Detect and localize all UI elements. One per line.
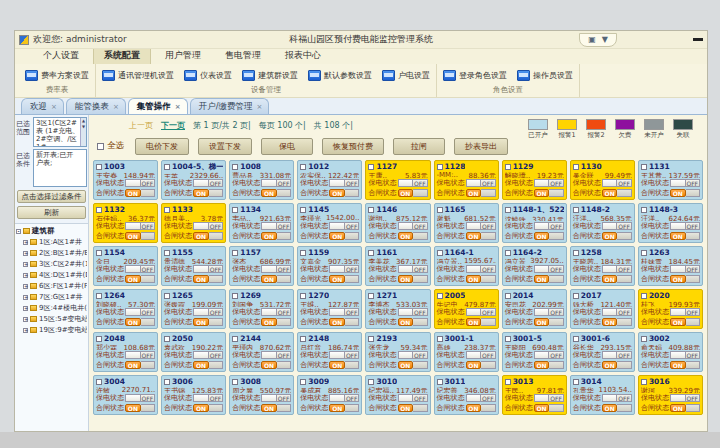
- supply-status-toggle[interactable]: OFF: [466, 222, 496, 230]
- meter-card[interactable]: 3010 纪宏福.. 117.49元 保电状态 OFF 合闸状态 ON: [365, 375, 430, 415]
- supply-status-toggle[interactable]: OFF: [125, 308, 155, 316]
- meter-checkbox[interactable]: [641, 336, 647, 342]
- meter-card[interactable]: 1164-2 冯立景 3927.05.. 保电状态 OFF 合闸状态 ON: [502, 246, 567, 286]
- supply-status-toggle[interactable]: OFF: [261, 265, 291, 273]
- tree-item[interactable]: +7区:G区1#井: [16, 291, 87, 302]
- meter-checkbox[interactable]: [164, 250, 170, 256]
- supply-status-toggle[interactable]: OFF: [466, 351, 496, 359]
- tree-item[interactable]: +6区:F区1#井(F: [16, 280, 87, 291]
- meter-card[interactable]: 1127 王康.. 5.83元 保电状态 OFF 合闸状态 ON: [365, 160, 430, 200]
- meter-card[interactable]: 3013 王民.. 97.81元 保电状态 OFF 合闸状态 ON: [502, 375, 567, 415]
- meter-checkbox[interactable]: [368, 250, 374, 256]
- meter-checkbox[interactable]: [232, 379, 238, 385]
- breaker-status-toggle[interactable]: ON: [329, 275, 359, 283]
- meter-checkbox[interactable]: [368, 164, 374, 170]
- meter-card[interactable]: 3011 纪宏善 346.08元 保电状态 OFF 合闸状态 ON: [434, 375, 499, 415]
- breaker-status-toggle[interactable]: ON: [125, 361, 155, 369]
- supply-status-toggle[interactable]: OFF: [398, 394, 428, 402]
- supply-status-toggle[interactable]: OFF: [534, 308, 564, 316]
- meter-card[interactable]: 2048 郑少霖 108.68元 保电状态 OFF 合闸状态 ON: [93, 332, 158, 372]
- breaker-status-toggle[interactable]: ON: [261, 189, 291, 197]
- meter-card[interactable]: 1269 刘国争 531.72元 保电状态 OFF 合闸状态 ON: [229, 289, 294, 329]
- range-scrollbar[interactable]: ▲▼: [80, 118, 86, 146]
- supply-status-toggle[interactable]: OFF: [602, 308, 632, 316]
- meter-checkbox[interactable]: [300, 207, 306, 213]
- refresh-button[interactable]: 刷新: [17, 206, 86, 219]
- breaker-status-toggle[interactable]: ON: [125, 232, 155, 240]
- close-tab-icon[interactable]: ×: [175, 103, 181, 111]
- supply-status-toggle[interactable]: OFF: [193, 222, 223, 230]
- meter-checkbox[interactable]: [164, 379, 170, 385]
- meter-card[interactable]: 1012 农实保.. 122.42元 保电状态 OFF 合闸状态 ON: [297, 160, 362, 200]
- supply-status-toggle[interactable]: OFF: [602, 179, 632, 187]
- meter-checkbox[interactable]: [641, 250, 647, 256]
- meter-checkbox[interactable]: [368, 293, 374, 299]
- breaker-status-toggle[interactable]: ON: [193, 361, 223, 369]
- meter-card[interactable]: 1265 张媛霞 199.09元 保电状态 OFF 合闸状态 ON: [161, 289, 226, 329]
- meter-checkbox[interactable]: [368, 207, 374, 213]
- meter-checkbox[interactable]: [641, 164, 647, 170]
- toolbar-button-1[interactable]: 电价下发: [135, 138, 189, 155]
- meter-card[interactable]: 2148 吕红音 186.74元 保电状态 OFF 合闸状态 ON: [297, 332, 362, 372]
- breaker-status-toggle[interactable]: ON: [193, 275, 223, 283]
- tree-item[interactable]: +3区:C区2#井(1#: [16, 258, 87, 269]
- meter-checkbox[interactable]: [641, 293, 647, 299]
- meter-checkbox[interactable]: [505, 207, 511, 213]
- menu-item-5[interactable]: 报表中心: [275, 47, 331, 64]
- supply-status-toggle[interactable]: OFF: [602, 351, 632, 359]
- close-tab-icon[interactable]: ×: [257, 103, 263, 111]
- supply-status-toggle[interactable]: OFF: [329, 394, 359, 402]
- meter-checkbox[interactable]: [368, 336, 374, 342]
- breaker-status-toggle[interactable]: ON: [466, 189, 496, 197]
- meter-card[interactable]: 3004 许敏 2270.71.. 保电状态 OFF 合闸状态 ON: [93, 375, 158, 415]
- meter-checkbox[interactable]: [96, 250, 102, 256]
- supply-status-toggle[interactable]: OFF: [466, 308, 496, 316]
- breaker-status-toggle[interactable]: ON: [602, 232, 632, 240]
- supply-status-toggle[interactable]: OFF: [534, 179, 564, 187]
- breaker-status-toggle[interactable]: ON: [602, 404, 632, 412]
- toolbar-button-6[interactable]: 抄表导出: [454, 138, 508, 155]
- expand-icon[interactable]: +: [23, 306, 28, 311]
- meter-card[interactable]: 1008 曹品县 331.08元 保电状态 OFF 合闸状态 ON: [229, 160, 294, 200]
- meter-card[interactable]: 1164-1 冯立景.. 1595.67.. 保电状态 OFF 合闸状态 ON: [434, 246, 499, 286]
- meter-checkbox[interactable]: [96, 293, 102, 299]
- meter-checkbox[interactable]: [96, 164, 102, 170]
- meter-card[interactable]: 1148-1、522 沈毓铁 330.41元 保电状态 OFF 合闸状态 ON: [502, 203, 567, 243]
- meter-card[interactable]: 1264 刘晓硕.. 57.30元 保电状态 OFF 合闸状态 ON: [93, 289, 158, 329]
- meter-card[interactable]: 1154 金日 209.45元 保电状态 OFF 合闸状态 ON: [93, 246, 158, 286]
- breaker-status-toggle[interactable]: ON: [670, 361, 700, 369]
- supply-status-toggle[interactable]: OFF: [329, 308, 359, 316]
- tab-2[interactable]: 能管换表×: [66, 98, 126, 114]
- tab-1[interactable]: 欢迎×: [21, 98, 64, 114]
- supply-status-toggle[interactable]: OFF: [602, 265, 632, 273]
- ribbon-button[interactable]: 通讯管理机设置: [102, 70, 174, 81]
- breaker-status-toggle[interactable]: ON: [193, 232, 223, 240]
- breaker-status-toggle[interactable]: ON: [466, 275, 496, 283]
- collapse-icon[interactable]: -: [16, 229, 21, 234]
- breaker-status-toggle[interactable]: ON: [534, 318, 564, 326]
- toolbar-button-4[interactable]: 恢复预付费: [322, 138, 384, 155]
- supply-status-toggle[interactable]: OFF: [261, 351, 291, 359]
- breaker-status-toggle[interactable]: ON: [125, 404, 155, 412]
- breaker-status-toggle[interactable]: ON: [670, 232, 700, 240]
- expand-icon[interactable]: +: [23, 273, 28, 278]
- ribbon-button[interactable]: 仪表设置: [184, 70, 232, 81]
- breaker-status-toggle[interactable]: ON: [602, 189, 632, 197]
- breaker-status-toggle[interactable]: ON: [466, 318, 496, 326]
- meter-card[interactable]: 2193 张先龙 59.34元 保电状态 OFF 合闸状态 ON: [365, 332, 430, 372]
- meter-card[interactable]: 3016 谢珂 339.29元 保电状态 OFF 合闸状态 ON: [638, 375, 703, 415]
- meter-card[interactable]: 1130 吴金联 99.49元 保电状态 OFF 合闸状态 ON: [570, 160, 635, 200]
- supply-status-toggle[interactable]: OFF: [329, 351, 359, 359]
- breaker-status-toggle[interactable]: ON: [534, 361, 564, 369]
- meter-checkbox[interactable]: [368, 379, 374, 385]
- supply-status-toggle[interactable]: OFF: [670, 179, 700, 187]
- meter-card[interactable]: 3001-1 高雄 238.37元 保电状态 OFF 合闸状态 ON: [434, 332, 499, 372]
- meter-checkbox[interactable]: [573, 164, 579, 170]
- meter-checkbox[interactable]: [96, 336, 102, 342]
- meter-card[interactable]: 1270 王维.. 127.87元 保电状态 OFF 合闸状态 ON: [297, 289, 362, 329]
- supply-status-toggle[interactable]: OFF: [398, 179, 428, 187]
- meter-checkbox[interactable]: [437, 379, 443, 385]
- supply-status-toggle[interactable]: OFF: [193, 308, 223, 316]
- meter-card[interactable]: 1133 德月美.. 3.78元 保电状态 OFF 合闸状态 ON: [161, 203, 226, 243]
- breaker-status-toggle[interactable]: ON: [125, 318, 155, 326]
